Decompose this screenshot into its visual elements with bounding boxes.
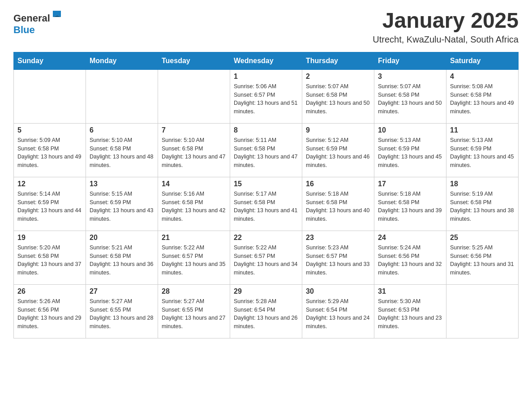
calendar-cell: 20Sunrise: 5:21 AM Sunset: 6:58 PM Dayli… [86, 231, 158, 284]
day-number: 29 [234, 287, 298, 295]
day-number: 13 [90, 180, 154, 188]
calendar-cell: 17Sunrise: 5:18 AM Sunset: 6:58 PM Dayli… [374, 177, 446, 231]
calendar-cell: 28Sunrise: 5:27 AM Sunset: 6:55 PM Dayli… [158, 284, 230, 338]
day-info: Sunrise: 5:19 AM Sunset: 6:58 PM Dayligh… [450, 190, 515, 223]
day-number: 9 [306, 126, 370, 134]
page-header: General Blue January 2025 Utrecht, KwaZu… [13, 9, 519, 45]
logo-blue-text: Blue [13, 24, 35, 35]
week-row-5: 26Sunrise: 5:26 AM Sunset: 6:56 PM Dayli… [14, 284, 519, 338]
week-row-4: 19Sunrise: 5:20 AM Sunset: 6:58 PM Dayli… [14, 231, 519, 284]
day-number: 30 [306, 287, 370, 295]
calendar-cell: 24Sunrise: 5:24 AM Sunset: 6:56 PM Dayli… [374, 231, 446, 284]
day-number: 19 [17, 234, 82, 242]
calendar-cell: 16Sunrise: 5:18 AM Sunset: 6:58 PM Dayli… [302, 177, 374, 231]
day-info: Sunrise: 5:07 AM Sunset: 6:58 PM Dayligh… [378, 82, 442, 116]
day-info: Sunrise: 5:09 AM Sunset: 6:58 PM Dayligh… [17, 136, 82, 170]
day-number: 23 [306, 234, 370, 242]
calendar-cell: 23Sunrise: 5:23 AM Sunset: 6:57 PM Dayli… [302, 231, 374, 284]
day-info: Sunrise: 5:13 AM Sunset: 6:59 PM Dayligh… [450, 136, 515, 170]
calendar-cell: 2Sunrise: 5:07 AM Sunset: 6:58 PM Daylig… [302, 69, 374, 123]
calendar-cell: 6Sunrise: 5:10 AM Sunset: 6:58 PM Daylig… [86, 123, 158, 177]
calendar-header-row: SundayMondayTuesdayWednesdayThursdayFrid… [14, 52, 519, 69]
day-number: 11 [450, 126, 515, 134]
day-info: Sunrise: 5:08 AM Sunset: 6:58 PM Dayligh… [450, 82, 515, 116]
day-number: 10 [378, 126, 442, 134]
header-thursday: Thursday [302, 52, 374, 69]
calendar-cell: 29Sunrise: 5:28 AM Sunset: 6:54 PM Dayli… [230, 284, 302, 338]
day-info: Sunrise: 5:06 AM Sunset: 6:57 PM Dayligh… [234, 82, 298, 116]
day-info: Sunrise: 5:12 AM Sunset: 6:59 PM Dayligh… [306, 136, 370, 170]
calendar-cell: 22Sunrise: 5:22 AM Sunset: 6:57 PM Dayli… [230, 231, 302, 284]
calendar-cell: 15Sunrise: 5:17 AM Sunset: 6:58 PM Dayli… [230, 177, 302, 231]
header-saturday: Saturday [446, 52, 519, 69]
day-number: 27 [90, 287, 154, 295]
calendar-cell: 3Sunrise: 5:07 AM Sunset: 6:58 PM Daylig… [374, 69, 446, 123]
day-number: 16 [306, 180, 370, 188]
week-row-1: 1Sunrise: 5:06 AM Sunset: 6:57 PM Daylig… [14, 69, 519, 123]
calendar-cell: 12Sunrise: 5:14 AM Sunset: 6:59 PM Dayli… [14, 177, 86, 231]
header-wednesday: Wednesday [230, 52, 302, 69]
day-info: Sunrise: 5:13 AM Sunset: 6:59 PM Dayligh… [378, 136, 442, 170]
day-number: 7 [162, 126, 226, 134]
calendar-cell: 5Sunrise: 5:09 AM Sunset: 6:58 PM Daylig… [14, 123, 86, 177]
calendar-cell: 11Sunrise: 5:13 AM Sunset: 6:59 PM Dayli… [446, 123, 519, 177]
day-info: Sunrise: 5:21 AM Sunset: 6:58 PM Dayligh… [90, 244, 154, 277]
day-number: 3 [378, 73, 442, 81]
calendar-table: SundayMondayTuesdayWednesdayThursdayFrid… [13, 52, 519, 338]
day-info: Sunrise: 5:24 AM Sunset: 6:56 PM Dayligh… [378, 244, 442, 277]
day-number: 6 [90, 126, 154, 134]
day-info: Sunrise: 5:18 AM Sunset: 6:58 PM Dayligh… [306, 190, 370, 223]
day-number: 18 [450, 180, 515, 188]
title-area: January 2025 Utrecht, KwaZulu-Natal, Sou… [373, 9, 519, 45]
day-info: Sunrise: 5:27 AM Sunset: 6:55 PM Dayligh… [90, 297, 154, 331]
day-info: Sunrise: 5:23 AM Sunset: 6:57 PM Dayligh… [306, 244, 370, 277]
calendar-cell: 19Sunrise: 5:20 AM Sunset: 6:58 PM Dayli… [14, 231, 86, 284]
day-info: Sunrise: 5:22 AM Sunset: 6:57 PM Dayligh… [162, 244, 226, 277]
calendar-subtitle: Utrecht, KwaZulu-Natal, South Africa [373, 34, 519, 45]
day-number: 26 [17, 287, 82, 295]
calendar-cell [158, 69, 230, 123]
calendar-cell [14, 69, 86, 123]
day-number: 5 [17, 126, 82, 134]
calendar-cell: 21Sunrise: 5:22 AM Sunset: 6:57 PM Dayli… [158, 231, 230, 284]
day-number: 20 [90, 234, 154, 242]
header-sunday: Sunday [14, 52, 86, 69]
calendar-cell: 26Sunrise: 5:26 AM Sunset: 6:56 PM Dayli… [14, 284, 86, 338]
day-info: Sunrise: 5:14 AM Sunset: 6:59 PM Dayligh… [17, 190, 82, 223]
day-info: Sunrise: 5:10 AM Sunset: 6:58 PM Dayligh… [162, 136, 226, 170]
day-number: 25 [450, 234, 515, 242]
day-number: 24 [378, 234, 442, 242]
logo: General Blue [13, 9, 64, 36]
day-info: Sunrise: 5:18 AM Sunset: 6:58 PM Dayligh… [378, 190, 442, 223]
day-info: Sunrise: 5:17 AM Sunset: 6:58 PM Dayligh… [234, 190, 298, 223]
day-info: Sunrise: 5:28 AM Sunset: 6:54 PM Dayligh… [234, 297, 298, 331]
day-number: 21 [162, 234, 226, 242]
day-info: Sunrise: 5:25 AM Sunset: 6:56 PM Dayligh… [450, 244, 515, 277]
day-number: 1 [234, 73, 298, 81]
day-info: Sunrise: 5:15 AM Sunset: 6:59 PM Dayligh… [90, 190, 154, 223]
calendar-cell: 9Sunrise: 5:12 AM Sunset: 6:59 PM Daylig… [302, 123, 374, 177]
calendar-cell: 25Sunrise: 5:25 AM Sunset: 6:56 PM Dayli… [446, 231, 519, 284]
calendar-cell: 31Sunrise: 5:30 AM Sunset: 6:53 PM Dayli… [374, 284, 446, 338]
day-info: Sunrise: 5:16 AM Sunset: 6:58 PM Dayligh… [162, 190, 226, 223]
logo-general-text: General [13, 13, 50, 24]
calendar-cell: 10Sunrise: 5:13 AM Sunset: 6:59 PM Dayli… [374, 123, 446, 177]
day-info: Sunrise: 5:27 AM Sunset: 6:55 PM Dayligh… [162, 297, 226, 331]
day-number: 4 [450, 73, 515, 81]
day-number: 14 [162, 180, 226, 188]
day-info: Sunrise: 5:26 AM Sunset: 6:56 PM Dayligh… [17, 297, 82, 331]
calendar-cell: 13Sunrise: 5:15 AM Sunset: 6:59 PM Dayli… [86, 177, 158, 231]
calendar-cell [86, 69, 158, 123]
calendar-cell [446, 284, 519, 338]
day-number: 22 [234, 234, 298, 242]
calendar-cell: 4Sunrise: 5:08 AM Sunset: 6:58 PM Daylig… [446, 69, 519, 123]
week-row-2: 5Sunrise: 5:09 AM Sunset: 6:58 PM Daylig… [14, 123, 519, 177]
calendar-cell: 8Sunrise: 5:11 AM Sunset: 6:58 PM Daylig… [230, 123, 302, 177]
day-info: Sunrise: 5:30 AM Sunset: 6:53 PM Dayligh… [378, 297, 442, 331]
day-info: Sunrise: 5:07 AM Sunset: 6:58 PM Dayligh… [306, 82, 370, 116]
day-number: 12 [17, 180, 82, 188]
day-number: 15 [234, 180, 298, 188]
calendar-title: January 2025 [373, 9, 519, 33]
day-info: Sunrise: 5:10 AM Sunset: 6:58 PM Dayligh… [90, 136, 154, 170]
day-number: 31 [378, 287, 442, 295]
